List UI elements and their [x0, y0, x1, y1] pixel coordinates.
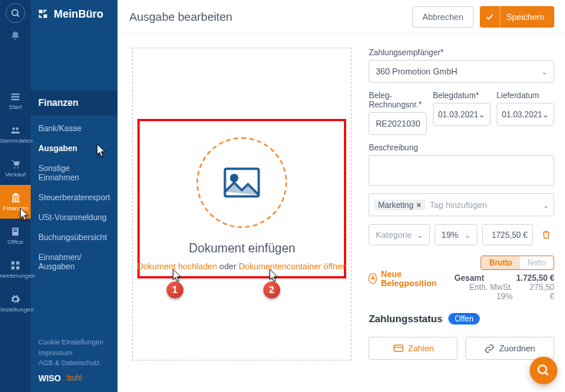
chevron-down-icon: ⌄ [543, 201, 549, 209]
nav-items: Start Stammdaten Verkauf Finanzen Office… [0, 84, 31, 323]
amount-input[interactable]: 1725,50 € [482, 224, 533, 245]
brutto-netto-toggle[interactable]: Brutto Netto [481, 255, 554, 270]
bell-icon[interactable] [10, 31, 21, 41]
status-badge: Offen [448, 313, 479, 324]
chevron-down-icon: ⌄ [541, 68, 547, 76]
dropzone-illustration [197, 137, 287, 228]
nav-einstellungen[interactable]: Einstellungen [0, 286, 31, 320]
svg-rect-4 [12, 98, 20, 100]
nav-finanzen[interactable]: Finanzen [0, 185, 31, 219]
footer-brand-buhl: :buhl [65, 372, 82, 384]
help-fab[interactable] [530, 357, 557, 384]
tag-chip: Marketing× [374, 199, 425, 210]
deliverydate-label: Lieferdatum [497, 91, 554, 100]
sidebar-item-ust[interactable]: USt-Voranmeldung [31, 207, 117, 227]
invoice-input[interactable] [368, 112, 426, 135]
nav-stammdaten[interactable]: Stammdaten [0, 117, 31, 151]
footer-brand-wiso: WISO [38, 372, 61, 385]
annotation-badge-1: 1 [167, 282, 183, 298]
nav-verkauf[interactable]: Verkauf [0, 151, 31, 185]
brand-logo-icon [37, 8, 49, 20]
document-dropzone[interactable]: Dokument einfügen Dokument hochladen ode… [132, 48, 352, 361]
sidebar-item-bank[interactable]: Bank/Kasse [31, 118, 117, 138]
content: Dokument einfügen Dokument hochladen ode… [118, 34, 565, 392]
brand: MeinBüro [31, 0, 117, 28]
svg-line-1 [17, 15, 19, 17]
svg-rect-13 [16, 261, 19, 264]
svg-point-7 [14, 166, 15, 168]
plus-icon: + [368, 273, 377, 284]
payee-select[interactable]: 360 Promotion GmbH ⌄ [368, 60, 554, 83]
footer-cookies[interactable]: Cookie Einstellungen [38, 338, 110, 348]
sidebar-item-steuer[interactable]: Steuerberaterexport [31, 187, 117, 207]
open-container-link[interactable]: Dokumentencontainer öffnen [239, 262, 347, 271]
sidebar-list: Bank/Kasse Ausgaben Sonstige Einnahmen S… [31, 115, 117, 284]
category-placeholder: Kategorie [375, 230, 411, 239]
dropzone-title: Dokument einfügen [189, 242, 296, 255]
form: Zahlungsempfänger* 360 Promotion GmbH ⌄ … [368, 48, 554, 381]
main: Ausgabe bearbeiten Abbrechen Speichern D… [117, 0, 565, 392]
svg-rect-11 [14, 230, 18, 231]
nav-start[interactable]: Start [0, 84, 31, 117]
sidebar-item-ea[interactable]: Einnahmen/ Ausgaben [31, 247, 117, 276]
nav-label: Finanzen [3, 205, 28, 212]
nav-label: Stammdaten [0, 137, 33, 144]
dropzone-wrap: Dokument einfügen Dokument hochladen ode… [132, 48, 355, 381]
sidebar-item-label: Ausgaben [38, 143, 78, 153]
tags-input[interactable]: Marketing× Tag hinzufügen ⌄ [368, 193, 554, 216]
chevron-down-icon: ⌄ [542, 110, 549, 119]
nav-label: Erweiterungen [0, 272, 35, 279]
svg-rect-14 [12, 266, 15, 269]
image-icon [223, 167, 260, 198]
dropzone-links: Dokument hochladen oder Dokumentencontai… [137, 262, 347, 271]
svg-rect-10 [14, 229, 18, 229]
nav-erweiterungen[interactable]: Erweiterungen [0, 252, 31, 286]
sidebar-item-buchung[interactable]: Buchungsübersicht [31, 227, 117, 247]
vat-select[interactable]: 19% ⌄ [434, 224, 477, 245]
upload-link[interactable]: Dokument hochladen [137, 262, 217, 271]
svg-line-21 [545, 372, 548, 375]
payee-value: 360 Promotion GmbH [375, 67, 457, 76]
svg-point-0 [12, 9, 18, 15]
chevron-down-icon: ⌄ [464, 231, 471, 239]
nav-label: Einstellungen [0, 306, 34, 313]
nav-office[interactable]: Office [0, 219, 31, 252]
toggle-brutto[interactable]: Brutto [481, 256, 520, 269]
add-position-button[interactable]: + Neue Belegposition [368, 269, 439, 288]
sidebar-item-ausgaben[interactable]: Ausgaben [31, 138, 117, 158]
payee-label: Zahlungsempfänger* [368, 48, 554, 57]
svg-point-8 [18, 166, 19, 168]
invoice-label: Beleg-Rechnungsnr.* [368, 91, 426, 109]
annotation-badge-2: 2 [263, 282, 280, 298]
save-button[interactable]: Speichern [480, 6, 555, 28]
footer-agb[interactable]: AGB & Datenschutz [38, 358, 110, 369]
svg-rect-12 [12, 261, 15, 264]
status-title: Zahlungsstatus [368, 313, 442, 324]
page-title: Ausgabe bearbeiten [129, 10, 412, 23]
iconbar: Start Stammdaten Verkauf Finanzen Office… [0, 0, 31, 392]
docdate-input[interactable]: 01.03.2021⌄ [433, 103, 491, 126]
brand-name: MeinBüro [54, 8, 104, 20]
category-select[interactable]: Kategorie ⌄ [368, 224, 430, 245]
global-search-button[interactable] [5, 3, 25, 23]
sidebar: MeinBüro Finanzen Bank/Kasse Ausgaben So… [31, 0, 117, 392]
delete-position-button[interactable] [537, 226, 554, 243]
sidebar-item-einnahmen[interactable]: Sonstige Einnahmen [31, 158, 117, 187]
svg-point-20 [538, 365, 547, 374]
tag-placeholder: Tag hinzufügen [430, 200, 487, 209]
or-text: oder [217, 262, 239, 271]
svg-rect-18 [394, 345, 403, 351]
check-icon [481, 6, 501, 28]
svg-point-5 [12, 127, 15, 130]
footer-impressum[interactable]: Impressum [38, 348, 110, 359]
toggle-netto[interactable]: Netto [520, 256, 553, 269]
deliverydate-input[interactable]: 01.03.2021⌄ [497, 103, 554, 126]
save-label: Speichern [507, 12, 545, 21]
chevron-down-icon: ⌄ [478, 110, 485, 119]
description-label: Beschreibung [368, 143, 554, 152]
tag-remove[interactable]: × [417, 200, 421, 209]
svg-rect-3 [12, 96, 20, 97]
cancel-button[interactable]: Abbrechen [412, 6, 473, 28]
description-input[interactable] [368, 155, 554, 186]
pay-button[interactable]: Zahlen [368, 337, 458, 360]
